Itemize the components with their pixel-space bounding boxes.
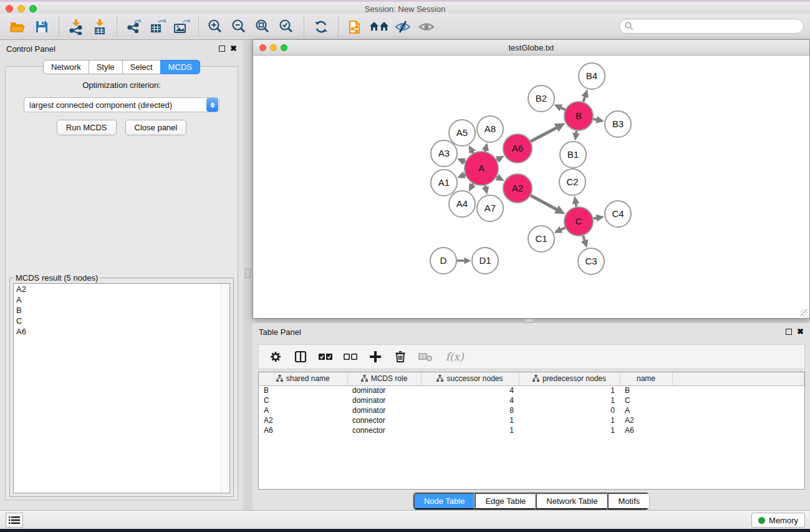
- graph-edge-B-B4[interactable]: [583, 97, 585, 102]
- graph-edge-C-C4[interactable]: [594, 218, 597, 219]
- export-table-icon: [149, 19, 166, 35]
- table-row[interactable]: Cdominator41C: [259, 395, 804, 405]
- graph-edge-C-C1[interactable]: [561, 228, 566, 230]
- mcds-result-item[interactable]: A2: [14, 284, 229, 294]
- toolbar-separator: [198, 17, 199, 37]
- plus-icon: [369, 351, 382, 363]
- select-all-button[interactable]: [316, 347, 335, 366]
- graph-edge-C-C3[interactable]: [583, 236, 584, 241]
- table-cell: 4: [421, 385, 519, 395]
- close-panel-icon[interactable]: ✖: [230, 46, 237, 52]
- tab-motifs[interactable]: Motifs: [607, 493, 649, 510]
- table-toolbar: f(x): [258, 344, 805, 369]
- control-panel-title: Control Panel: [6, 44, 219, 54]
- export-image-button[interactable]: [170, 16, 193, 38]
- list-icon: [9, 516, 20, 525]
- result-scrollbar[interactable]: [221, 284, 229, 493]
- clone-network-button[interactable]: [344, 16, 367, 38]
- splitter-handle-horizontal[interactable]: [524, 319, 534, 323]
- graph-edge-B-B1[interactable]: [576, 131, 577, 133]
- table-settings-button[interactable]: [266, 347, 285, 366]
- search-input[interactable]: [634, 20, 803, 32]
- graph-edge-A-A7[interactable]: [485, 185, 486, 187]
- tab-network-table[interactable]: Network Table: [536, 493, 607, 510]
- deselect-all-button[interactable]: [341, 347, 360, 366]
- column-header-MCDS-role[interactable]: MCDS role: [347, 372, 421, 385]
- status-bar: Memory: [0, 510, 810, 529]
- select-stepper-icon: [206, 98, 218, 112]
- graph-edge-B-B3[interactable]: [594, 119, 597, 120]
- close-table-panel-icon[interactable]: ✖: [797, 329, 804, 335]
- graph-edge-B-B2[interactable]: [561, 108, 566, 110]
- table-tabs: Node TableEdge TableNetwork TableMotifs: [253, 492, 810, 510]
- tab-network[interactable]: Network: [43, 60, 89, 74]
- graph-edge-C-C2[interactable]: [576, 203, 576, 206]
- table-row[interactable]: Bdominator41B: [259, 385, 804, 395]
- tab-edge-table[interactable]: Edge Table: [475, 493, 536, 510]
- export-table-button[interactable]: [146, 16, 170, 38]
- column-view-button[interactable]: [291, 347, 310, 366]
- graph-node-label: A2: [512, 183, 523, 193]
- import-table-button[interactable]: [88, 16, 112, 38]
- graph-node-label: A4: [456, 198, 468, 209]
- column-header-name[interactable]: name: [620, 372, 672, 385]
- window-resize-grip[interactable]: [801, 309, 809, 317]
- zoom-selected-button[interactable]: [275, 16, 299, 38]
- criterion-select[interactable]: largest connected component (directed): [24, 97, 219, 112]
- column-header-predecessor-nodes[interactable]: predecessor nodes: [519, 372, 620, 385]
- table-row[interactable]: Adominator80A: [259, 405, 804, 415]
- import-network-button[interactable]: [64, 16, 88, 38]
- mcds-result-item[interactable]: C: [14, 316, 229, 326]
- mcds-result-item[interactable]: B: [14, 305, 229, 316]
- task-history-button[interactable]: [6, 513, 23, 528]
- splitter-handle-vertical[interactable]: [245, 268, 251, 278]
- run-mcds-button[interactable]: Run MCDS: [57, 120, 117, 135]
- memory-button[interactable]: Memory: [751, 513, 805, 528]
- refresh-view-button[interactable]: [309, 16, 333, 38]
- unchecked-boxes-icon: [344, 353, 357, 360]
- open-session-button[interactable]: [6, 16, 30, 38]
- table-cell: 1: [519, 395, 620, 405]
- mcds-result-list: A2ABCA6: [13, 283, 230, 493]
- network-window-titlebar[interactable]: testGlobe.txt: [253, 40, 809, 56]
- zoom-in-icon: [208, 19, 224, 35]
- close-panel-button[interactable]: Close panel: [125, 120, 187, 135]
- tab-select[interactable]: Select: [122, 60, 160, 74]
- tab-style[interactable]: Style: [89, 60, 122, 74]
- save-session-button[interactable]: [30, 16, 54, 38]
- table-row[interactable]: A6connector11A6: [259, 425, 804, 435]
- houses-icon: [369, 19, 389, 34]
- zoom-out-button[interactable]: [228, 16, 251, 38]
- mcds-result-item[interactable]: A: [14, 294, 229, 305]
- function-builder-button[interactable]: f(x): [441, 347, 468, 366]
- graph-edge-A6-B[interactable]: [531, 128, 556, 142]
- network-view-window: testGlobe.txt AA6A2BCA5A8A3A1A4A7B2B4B3B…: [253, 39, 810, 319]
- global-search: [619, 19, 804, 34]
- column-header-shared-name[interactable]: shared name: [259, 372, 347, 385]
- table-row[interactable]: A2connector11A2: [259, 415, 804, 425]
- memory-status-icon: [758, 517, 765, 524]
- tab-mcds[interactable]: MCDS: [160, 60, 200, 74]
- float-table-panel-icon[interactable]: [786, 329, 792, 335]
- graph-edge-A2-C[interactable]: [531, 195, 557, 210]
- home-networks-button[interactable]: [367, 16, 391, 38]
- hide-selected-button[interactable]: [391, 16, 415, 38]
- delete-table-icon: [418, 352, 433, 362]
- tab-node-table[interactable]: Node Table: [413, 493, 475, 510]
- table-cell: 4: [421, 395, 519, 405]
- add-column-button[interactable]: [366, 347, 385, 366]
- delete-column-button[interactable]: [391, 347, 410, 366]
- network-canvas[interactable]: AA6A2BCA5A8A3A1A4A7B2B4B3B1C2C1C4C3DD1: [253, 56, 809, 318]
- column-header-successor-nodes[interactable]: successor nodes: [421, 372, 519, 385]
- zoom-fit-button[interactable]: [251, 16, 275, 38]
- export-network-button[interactable]: [122, 16, 146, 38]
- fx-icon: f(x): [445, 351, 463, 363]
- graph-node-label: B3: [612, 118, 624, 129]
- delete-table-button[interactable]: [416, 347, 435, 366]
- table-cell: A6: [259, 425, 347, 435]
- table-cell: dominator: [347, 395, 421, 405]
- mcds-result-item[interactable]: A6: [14, 326, 229, 337]
- zoom-in-button[interactable]: [204, 16, 228, 38]
- float-panel-icon[interactable]: [219, 46, 225, 52]
- show-all-button[interactable]: [415, 16, 438, 38]
